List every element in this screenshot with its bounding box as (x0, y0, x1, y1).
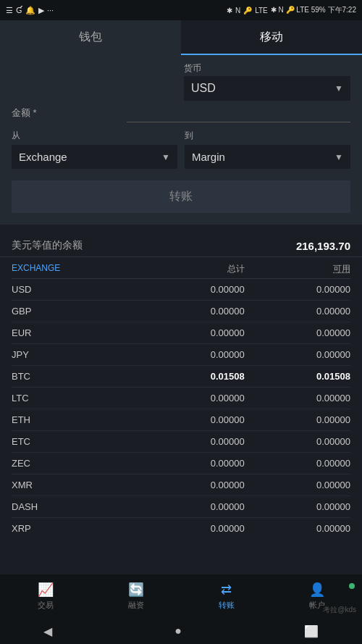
key-icon: 🔑 (243, 7, 252, 14)
row-avail-LTC: 0.00000 (245, 393, 350, 403)
status-bar: ☰ Ɠ 🔔 ▶ ··· ✱ N 🔑 LTE ✱ N 🔑 LTE 59% 下午7:… (0, 0, 362, 20)
amount-label: 金额 * (12, 106, 127, 120)
row-name-JPY: JPY (12, 349, 139, 360)
app-icon: Ɠ (16, 6, 22, 15)
funding-label: 融资 (128, 600, 144, 611)
recents-button[interactable]: ⬜ (304, 624, 319, 638)
table-row: USD 0.00000 0.00000 (12, 279, 350, 301)
home-button[interactable]: ● (174, 624, 182, 637)
top-tabs: 钱包 移动 (0, 20, 362, 55)
currency-label: 货币 (184, 62, 345, 75)
form-area: 货币 USD ▼ 金额 * 从 Exchange ▼ 到 Margin ▼ (0, 55, 362, 225)
row-total-ETC: 0.00000 (139, 436, 245, 447)
col-avail-label: 可用 (245, 263, 350, 275)
currency-dropdown[interactable]: USD ▼ (184, 76, 350, 101)
row-total-XRP: 0.00000 (139, 523, 245, 532)
currency-arrow-icon: ▼ (334, 83, 343, 93)
row-total-ETH: 0.00000 (139, 414, 245, 425)
table-section: EXCHANGE 总计 可用 USD 0.00000 0.00000 GBP 0… (0, 257, 362, 532)
row-total-JPY: 0.00000 (139, 349, 245, 360)
menu-icon: ☰ (6, 6, 13, 15)
tab-mobile[interactable]: 移动 (181, 20, 362, 55)
row-avail-ZEC: 0.00000 (245, 458, 350, 469)
from-dropdown[interactable]: Exchange ▼ (12, 145, 177, 169)
nav-funding[interactable]: 🔄 融资 (90, 582, 181, 611)
row-name-ZEC: ZEC (12, 458, 139, 469)
row-avail-BTC: 0.01508 (245, 371, 350, 382)
row-avail-USD: 0.00000 (245, 284, 350, 295)
tab-wallet[interactable]: 钱包 (0, 20, 181, 55)
transfer-button[interactable]: 转账 (12, 180, 350, 213)
table-rows: USD 0.00000 0.00000 GBP 0.00000 0.00000 … (12, 279, 350, 532)
from-value: Exchange (19, 151, 67, 163)
row-avail-ETH: 0.00000 (245, 414, 350, 425)
table-row: DASH 0.00000 0.00000 (12, 496, 350, 518)
currency-row: 货币 USD ▼ (12, 62, 350, 101)
row-total-BTC: 0.01508 (139, 371, 245, 382)
table-header: EXCHANGE 总计 可用 (12, 257, 350, 279)
row-name-XMR: XMR (12, 480, 139, 490)
from-arrow-icon: ▼ (161, 152, 170, 162)
row-total-DASH: 0.00000 (139, 501, 245, 512)
row-avail-JPY: 0.00000 (245, 349, 350, 360)
watermark: 考拉@kds (323, 605, 356, 615)
dots-icon: ··· (47, 6, 54, 14)
row-name-ETC: ETC (12, 436, 139, 447)
row-total-LTC: 0.00000 (139, 393, 245, 403)
from-col: 从 Exchange ▼ (12, 130, 177, 169)
row-avail-ETC: 0.00000 (245, 436, 350, 447)
row-total-ZEC: 0.00000 (139, 458, 245, 469)
table-row: XRP 0.00000 0.00000 (12, 518, 350, 532)
table-row: EUR 0.00000 0.00000 (12, 322, 350, 344)
to-dropdown[interactable]: Margin ▼ (185, 145, 350, 169)
back-button[interactable]: ◀ (43, 624, 52, 638)
currency-select-wrap: 货币 USD ▼ (184, 62, 350, 101)
battery-label: ✱ N 🔑 LTE 59% 下午7:22 (271, 5, 356, 15)
row-avail-GBP: 0.00000 (245, 306, 350, 317)
status-left-icons: ☰ Ɠ 🔔 ▶ ··· (6, 6, 54, 15)
row-name-EUR: EUR (12, 327, 139, 338)
online-indicator (349, 583, 355, 589)
table-row: XMR 0.00000 0.00000 (12, 474, 350, 496)
row-avail-DASH: 0.00000 (245, 501, 350, 512)
nav-trade[interactable]: 📈 交易 (0, 582, 90, 611)
trade-label: 交易 (38, 600, 54, 611)
table-row: ETH 0.00000 0.00000 (12, 409, 350, 431)
balance-value: 216,193.70 (296, 240, 350, 252)
row-name-BTC: BTC (12, 371, 139, 382)
to-arrow-icon: ▼ (334, 152, 343, 162)
row-name-USD: USD (12, 284, 139, 295)
row-name-LTC: LTC (12, 393, 139, 403)
amount-input[interactable] (127, 104, 350, 122)
to-label: 到 (185, 130, 350, 142)
row-total-USD: 0.00000 (139, 284, 245, 295)
bluetooth-icon: ✱ (227, 7, 232, 14)
bottom-nav: 📈 交易 🔄 融资 ⇄ 转账 👤 帐户 (0, 574, 362, 618)
account-label: 帐户 (309, 600, 325, 611)
notification-icon: 🔔 (25, 6, 35, 15)
table-row: LTC 0.00000 0.00000 (12, 388, 350, 409)
table-row: ZEC 0.00000 0.00000 (12, 453, 350, 474)
nfc-icon: N (235, 7, 240, 14)
trade-icon: 📈 (38, 582, 54, 598)
table-row: JPY 0.00000 0.00000 (12, 344, 350, 366)
row-name-XRP: XRP (12, 523, 139, 532)
balance-label: 美元等值的余额 (12, 239, 83, 252)
row-avail-XRP: 0.00000 (245, 523, 350, 532)
col-exchange-label: EXCHANGE (12, 263, 139, 275)
status-right-info: ✱ N 🔑 LTE ✱ N 🔑 LTE 59% 下午7:22 (227, 5, 356, 15)
from-label: 从 (12, 130, 177, 142)
account-icon: 👤 (309, 582, 325, 598)
row-total-XMR: 0.00000 (139, 480, 245, 490)
nav-transfer[interactable]: ⇄ 转账 (181, 582, 272, 611)
to-value: Margin (192, 151, 225, 163)
transfer-btn-wrap: 转账 (12, 180, 350, 213)
row-name-DASH: DASH (12, 501, 139, 512)
col-total-label: 总计 (139, 263, 245, 275)
signal-icon: LTE (255, 7, 268, 14)
funding-icon: 🔄 (128, 582, 144, 598)
android-bar: ◀ ● ⬜ (0, 618, 362, 644)
to-col: 到 Margin ▼ (185, 130, 350, 169)
table-row: GBP 0.00000 0.00000 (12, 301, 350, 322)
amount-row: 金额 * (12, 104, 350, 122)
